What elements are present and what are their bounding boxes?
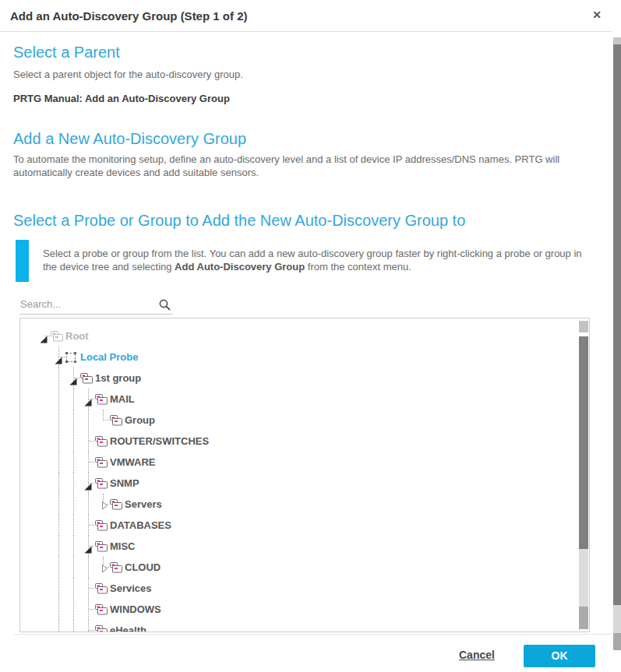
group-icon <box>94 519 108 535</box>
info-text-bold: Add Auto-Discovery Group <box>175 261 305 273</box>
tree-guide-line <box>58 452 59 473</box>
tree-node-label[interactable]: eHealth <box>110 625 146 632</box>
group-icon <box>109 561 123 577</box>
tree-row[interactable]: CLOUD <box>20 557 577 578</box>
select-probe-heading: Select a Probe or Group to Add the New A… <box>13 212 465 230</box>
tree-node-label[interactable]: Services <box>110 582 152 594</box>
ok-button[interactable]: OK <box>524 645 595 667</box>
group-icon <box>94 456 108 472</box>
tree-row[interactable]: eHealth <box>20 620 577 632</box>
expander-open-icon[interactable] <box>40 332 48 347</box>
tree-guide-line <box>88 494 89 515</box>
tree-row[interactable]: VMWARE <box>20 452 577 473</box>
page-scrollbar-top[interactable] <box>613 37 621 44</box>
tree-node-label[interactable]: Local Probe <box>80 351 138 363</box>
tree-guide-line <box>58 389 59 410</box>
tree-node-label[interactable]: VMWARE <box>110 456 156 468</box>
add-group-heading: Add a New Auto-Discovery Group <box>13 130 246 148</box>
tree-guide-line <box>58 410 59 431</box>
group-icon <box>94 540 108 556</box>
tree-node-label[interactable]: WINDOWS <box>110 603 161 615</box>
tree-connector-stub <box>89 630 94 631</box>
expander-open-icon[interactable] <box>84 480 92 494</box>
tree-guide-line <box>73 494 74 515</box>
cancel-button[interactable]: Cancel <box>459 649 495 661</box>
page-scrollbar-thumb[interactable] <box>613 44 621 605</box>
group-icon <box>109 414 123 430</box>
tree-node-label[interactable]: Servers <box>125 498 162 510</box>
tree-row[interactable]: Services <box>20 578 577 599</box>
expander-closed-icon[interactable] <box>101 500 108 514</box>
tree-guide-line <box>58 494 59 515</box>
group-icon <box>94 477 108 493</box>
tree-node-label[interactable]: Root <box>65 330 89 342</box>
tree-node-label[interactable]: CLOUD <box>125 561 161 573</box>
tree-guide-line <box>73 473 74 494</box>
tree-row[interactable]: 1st group <box>20 368 577 389</box>
tree-row[interactable]: Servers <box>20 494 577 515</box>
tree-guide-line <box>88 557 89 578</box>
tree-scrollbar-top[interactable] <box>579 321 588 332</box>
page-scrollbar-bottom[interactable] <box>613 633 621 650</box>
close-icon[interactable]: ✕ <box>592 9 602 21</box>
dialog-title: Add an Auto-Discovery Group (Step 1 of 2… <box>10 9 247 23</box>
group-icon <box>109 498 123 514</box>
tree-rows: RootLocal Probe1st groupMAILGroupROUTER/… <box>20 325 577 632</box>
tree-row[interactable]: SNMP <box>20 473 577 494</box>
group-icon <box>94 603 108 619</box>
tree-guide-line <box>73 431 74 452</box>
magnifier-icon[interactable] <box>158 298 171 315</box>
page-scrollbar[interactable] <box>613 37 621 650</box>
page-scrollbar-track[interactable] <box>613 605 621 633</box>
tree-guide-line <box>58 431 59 452</box>
tree-scrollbar-thumb[interactable] <box>579 336 588 549</box>
tree-guide-line <box>73 515 74 536</box>
tree-guide-line <box>73 389 74 410</box>
expander-open-icon[interactable] <box>69 375 77 389</box>
tree-node-label[interactable]: 1st group <box>95 372 141 384</box>
expander-closed-icon[interactable] <box>101 563 108 577</box>
group-icon <box>94 435 108 451</box>
add-auto-discovery-dialog: Add an Auto-Discovery Group (Step 1 of 2… <box>0 0 621 672</box>
tree-row[interactable]: DATABASES <box>20 515 577 536</box>
tree-scrollbar-bottom[interactable] <box>579 607 588 629</box>
tree-guide-line <box>58 515 59 536</box>
tree-node-label[interactable]: ROUTER/SWITCHES <box>110 435 209 447</box>
tree-connector-stub <box>89 609 94 610</box>
tree-node-label[interactable]: MAIL <box>110 393 135 405</box>
tree-guide-line <box>58 578 59 599</box>
tree-row[interactable]: WINDOWS <box>20 599 577 620</box>
footer-divider <box>14 634 612 635</box>
info-text-post: from the context menu. <box>305 261 411 273</box>
probe-icon <box>65 351 78 367</box>
tree-guide-line <box>73 536 74 557</box>
tree-row[interactable]: Local Probe <box>20 347 577 368</box>
tree-row[interactable]: ROUTER/SWITCHES <box>20 431 577 452</box>
tree-row[interactable]: Group <box>20 410 577 431</box>
group-icon <box>94 393 108 409</box>
tree-row[interactable]: MAIL <box>20 389 577 410</box>
tree-node-label[interactable]: DATABASES <box>110 519 171 531</box>
tree-scrollbar[interactable] <box>579 321 588 629</box>
tree-guide-line <box>88 410 89 431</box>
expander-open-icon[interactable] <box>55 354 62 368</box>
expander-open-icon[interactable] <box>84 396 92 410</box>
search-input[interactable] <box>19 297 153 312</box>
tree-node-label[interactable]: SNMP <box>110 477 139 489</box>
add-group-description: To automate the monitoring setup, define… <box>13 153 570 179</box>
tree-node-label[interactable]: MISC <box>110 540 136 552</box>
prtg-manual-link[interactable]: PRTG Manual: Add an Auto-Discovery Group <box>13 93 230 104</box>
select-parent-description: Select a parent object for the auto-disc… <box>13 68 243 81</box>
tree-row[interactable]: MISC <box>20 536 577 557</box>
device-tree: RootLocal Probe1st groupMAILGroupROUTER/… <box>19 318 590 632</box>
tree-connector-stub <box>89 588 94 589</box>
expander-open-icon[interactable] <box>84 543 92 557</box>
tree-guide-line <box>73 410 74 431</box>
tree-node-label[interactable]: Group <box>125 414 155 426</box>
select-parent-heading: Select a Parent <box>13 44 120 62</box>
tree-guide-line <box>58 536 59 557</box>
tree-row[interactable]: Root <box>20 325 577 347</box>
group-icon <box>79 372 94 388</box>
tree-scrollbar-track[interactable] <box>579 549 588 607</box>
info-accent-bar <box>16 240 29 282</box>
